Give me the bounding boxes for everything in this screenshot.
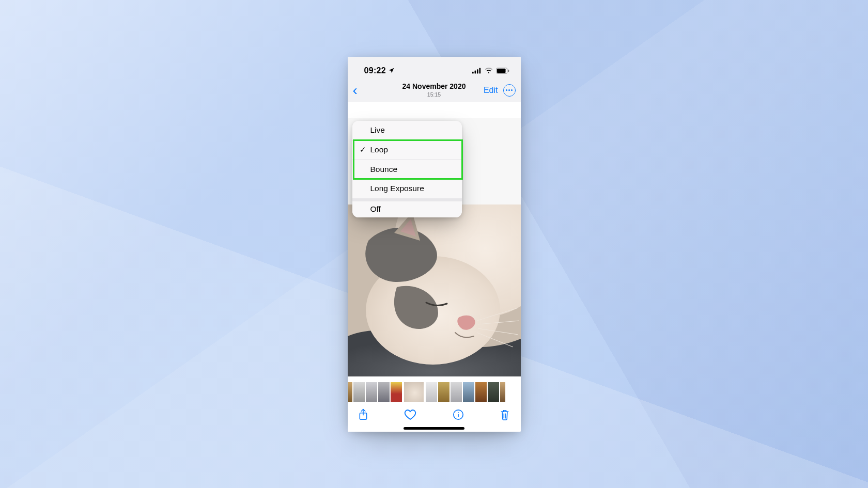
wifi-icon: [485, 68, 493, 74]
delete-button[interactable]: [500, 408, 510, 421]
heart-icon: [404, 409, 416, 420]
favorite-button[interactable]: [404, 409, 416, 420]
svg-rect-3: [479, 68, 481, 73]
iphone-screenshot: 09:22 ‹ 24 November 2020 15:15: [348, 57, 521, 432]
svg-rect-0: [472, 71, 474, 73]
svg-rect-5: [497, 68, 505, 72]
menu-item-label: Long Exposure: [370, 184, 424, 193]
location-arrow-icon: [388, 67, 395, 74]
share-button[interactable]: [358, 408, 368, 421]
live-photo-effect-menu: Live ✓ Loop Bounce Long Exposure Off: [352, 121, 462, 218]
share-icon: [358, 408, 368, 421]
svg-rect-2: [477, 69, 478, 73]
filmstrip-thumb[interactable]: [378, 382, 390, 402]
filmstrip-thumb[interactable]: [353, 382, 365, 402]
status-left: 09:22: [364, 66, 395, 75]
edit-button[interactable]: Edit: [484, 86, 498, 95]
filmstrip-thumb[interactable]: [366, 382, 377, 402]
trash-icon: [500, 408, 510, 421]
filmstrip-thumb[interactable]: [488, 382, 499, 402]
info-icon: [453, 409, 464, 420]
menu-item-label: Bounce: [370, 165, 398, 174]
nav-bar: ‹ 24 November 2020 15:15 Edit: [348, 78, 521, 102]
filmstrip-thumb[interactable]: [500, 382, 505, 402]
svg-rect-6: [508, 69, 509, 72]
menu-item-label: Live: [370, 125, 385, 135]
photo-filmstrip[interactable]: [348, 382, 521, 402]
checkmark-icon: ✓: [360, 145, 366, 154]
back-button[interactable]: ‹: [351, 83, 360, 98]
battery-icon: [496, 68, 509, 74]
svg-rect-1: [474, 70, 476, 73]
filmstrip-thumb[interactable]: [426, 382, 437, 402]
status-right: [472, 68, 509, 74]
info-button[interactable]: [453, 409, 464, 420]
filmstrip-thumb[interactable]: [451, 382, 462, 402]
filmstrip-thumb[interactable]: [475, 382, 487, 402]
home-indicator[interactable]: [404, 427, 464, 430]
menu-item-long-exposure[interactable]: Long Exposure: [352, 179, 462, 198]
cellular-signal-icon: [472, 68, 482, 74]
filmstrip-thumb-current[interactable]: [404, 382, 424, 402]
filmstrip-thumb[interactable]: [438, 382, 450, 402]
main-photo: [348, 204, 521, 376]
menu-item-bounce[interactable]: Bounce: [352, 160, 462, 179]
filmstrip-thumb[interactable]: [463, 382, 474, 402]
status-time: 09:22: [364, 66, 386, 75]
filmstrip-thumb[interactable]: [391, 382, 402, 402]
svg-point-17: [458, 412, 459, 413]
menu-item-loop[interactable]: ✓ Loop: [352, 140, 462, 160]
menu-item-live[interactable]: Live: [352, 121, 462, 140]
menu-item-label: Off: [370, 204, 381, 214]
more-actions-button[interactable]: [503, 84, 516, 97]
menu-item-off[interactable]: Off: [352, 198, 462, 218]
menu-item-label: Loop: [370, 145, 388, 154]
status-bar: 09:22: [348, 57, 521, 78]
filmstrip-thumb[interactable]: [348, 382, 352, 402]
